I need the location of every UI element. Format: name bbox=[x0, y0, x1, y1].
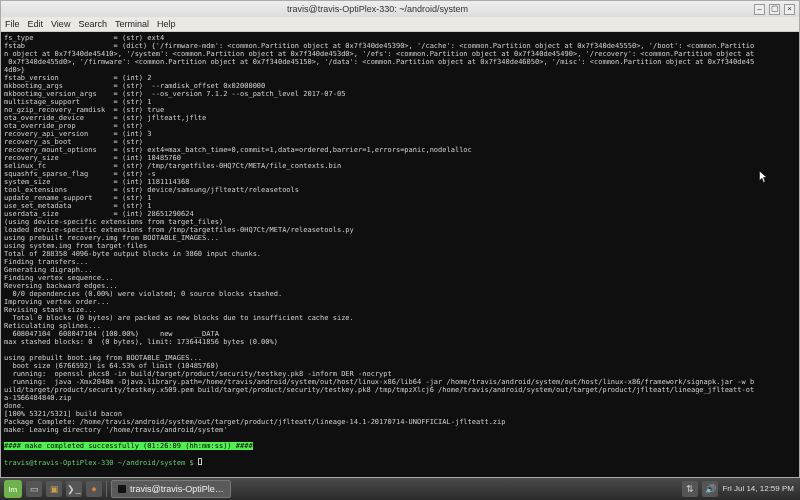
term-line: make: Leaving directory '/home/travis/an… bbox=[4, 426, 227, 434]
term-line: fstab = (dict) {'/firmware-mdm': <common… bbox=[4, 42, 754, 50]
term-line: Total 0 blocks (0 bytes) are packed as n… bbox=[4, 314, 354, 322]
taskbar-app-terminal[interactable]: travis@travis-OptiPle… bbox=[111, 480, 231, 498]
term-line: system_size = (int) 1181114368 bbox=[4, 178, 189, 186]
taskbar-app-label: travis@travis-OptiPle… bbox=[130, 484, 224, 494]
svg-text:lm: lm bbox=[9, 485, 18, 494]
term-line: no_gzip_recovery_ramdisk = (str) true bbox=[4, 106, 164, 114]
term-line: multistage_support = (str) 1 bbox=[4, 98, 152, 106]
mint-logo-icon: lm bbox=[7, 483, 19, 495]
build-success-line: #### make completed successfully (01:26:… bbox=[4, 442, 253, 450]
taskbar-separator bbox=[106, 481, 107, 497]
desktop-icon: ▭ bbox=[30, 484, 39, 494]
term-line: using prebuilt recovery.img from BOOTABL… bbox=[4, 234, 219, 242]
taskbar-clock[interactable]: Fri Jul 14, 12:59 PM bbox=[722, 484, 796, 494]
term-line: mkbootimg_version_args = (str) --os_vers… bbox=[4, 90, 345, 98]
term-line: a-1566484840.zip bbox=[4, 394, 71, 402]
term-line: boot size (6766592) is 64.53% of limit (… bbox=[4, 362, 219, 370]
tray-volume-icon[interactable]: 🔊 bbox=[702, 481, 718, 497]
folder-icon: ▣ bbox=[50, 484, 59, 494]
terminal-cursor[interactable] bbox=[198, 458, 202, 465]
menubar: File Edit View Search Terminal Help bbox=[1, 17, 799, 32]
menu-file[interactable]: File bbox=[5, 19, 20, 29]
terminal-launcher[interactable]: ❯_ bbox=[66, 481, 82, 497]
clock-text: Fri Jul 14, 12:59 PM bbox=[722, 484, 794, 494]
window-maximize-button[interactable]: ▢ bbox=[769, 4, 780, 15]
terminal-icon: ❯_ bbox=[67, 484, 80, 494]
window-titlebar[interactable]: travis@travis-OptiPlex-330: ~/android/sy… bbox=[1, 1, 799, 17]
term-line: fstab_version = (int) 2 bbox=[4, 74, 152, 82]
term-line: max stashed blocks: 0 (0 bytes), limit: … bbox=[4, 338, 278, 346]
term-line: 4d0>} bbox=[4, 66, 25, 74]
firefox-launcher[interactable]: ● bbox=[86, 481, 102, 497]
term-line: Finding transfers... bbox=[4, 258, 88, 266]
term-line: Package Complete: /home/travis/android/s… bbox=[4, 418, 506, 426]
term-line: Total of 288358 4096-byte output blocks … bbox=[4, 250, 261, 258]
terminal-window: travis@travis-OptiPlex-330: ~/android/sy… bbox=[0, 0, 800, 478]
term-line: done. bbox=[4, 402, 25, 410]
show-desktop-button[interactable]: ▭ bbox=[26, 481, 42, 497]
term-line: n object at 0x7f340de45410>, '/system': … bbox=[4, 50, 754, 58]
term-line: 0x7f340de455d0>, '/firmware': <common.Pa… bbox=[4, 58, 754, 66]
term-line: ota_override_device = (str) jflteatt,jfl… bbox=[4, 114, 206, 122]
term-line: Revising stash size... bbox=[4, 306, 97, 314]
menu-edit[interactable]: Edit bbox=[28, 19, 44, 29]
term-line: recovery_mount_options = (str) ext4=max_… bbox=[4, 146, 472, 154]
term-line: (using device-specific extensions from t… bbox=[4, 218, 223, 226]
term-line: using prebuilt boot.img from BOOTABLE_IM… bbox=[4, 354, 202, 362]
network-icon: ⇅ bbox=[686, 484, 694, 494]
term-line: running: java -Xmx2048m -Djava.library.p… bbox=[4, 378, 754, 386]
term-line: Reversing backward edges... bbox=[4, 282, 118, 290]
menu-view[interactable]: View bbox=[51, 19, 70, 29]
terminal-icon bbox=[118, 485, 126, 493]
term-line: 608047104 608047104 (100.00%) new __DATA bbox=[4, 330, 219, 338]
terminal-output[interactable]: fs_type = (str) ext4 fstab = (dict) {'/f… bbox=[1, 32, 799, 477]
menu-help[interactable]: Help bbox=[157, 19, 176, 29]
term-line: Generating digraph... bbox=[4, 266, 93, 274]
menu-search[interactable]: Search bbox=[78, 19, 107, 29]
term-line: update_rename_support = (str) 1 bbox=[4, 194, 152, 202]
window-minimize-button[interactable]: – bbox=[754, 4, 765, 15]
term-line: tool_extensions = (str) device/samsung/j… bbox=[4, 186, 299, 194]
speaker-icon: 🔊 bbox=[705, 484, 716, 494]
term-line: recovery_as_boot = (str) bbox=[4, 138, 143, 146]
shell-prompt: travis@travis-OptiPlex-330 ~/android/sys… bbox=[4, 459, 198, 467]
tray-network-icon[interactable]: ⇅ bbox=[682, 481, 698, 497]
file-manager-launcher[interactable]: ▣ bbox=[46, 481, 62, 497]
term-line: Reticulating splines... bbox=[4, 322, 101, 330]
term-line: Finding vertex sequence... bbox=[4, 274, 114, 282]
term-line: loaded device-specific extensions from /… bbox=[4, 226, 354, 234]
start-menu-button[interactable]: lm bbox=[4, 480, 22, 498]
term-line: mkbootimg_args = (str) --ramdisk_offset … bbox=[4, 82, 265, 90]
term-line: 0/0 dependencies (0.00%) were violated; … bbox=[4, 290, 282, 298]
window-title: travis@travis-OptiPlex-330: ~/android/sy… bbox=[5, 4, 750, 14]
term-line: recovery_api_version = (int) 3 bbox=[4, 130, 152, 138]
term-line: squashfs_sparse_flag = (str) -s bbox=[4, 170, 156, 178]
term-line: recovery_size = (int) 10485760 bbox=[4, 154, 181, 162]
term-line: use_set_metadata = (str) 1 bbox=[4, 202, 152, 210]
window-close-button[interactable]: × bbox=[784, 4, 795, 15]
term-line: selinux_fc = (str) /tmp/targetfiles-0HQ7… bbox=[4, 162, 341, 170]
term-line: userdata_size = (int) 28651290624 bbox=[4, 210, 194, 218]
term-line: [100% 5321/5321] build bacon bbox=[4, 410, 122, 418]
term-line: Improving vertex order... bbox=[4, 298, 109, 306]
taskbar: lm ▭ ▣ ❯_ ● travis@travis-OptiPle… ⇅ 🔊 F… bbox=[0, 478, 800, 500]
term-line: uild/target/product/security/testkey.x50… bbox=[4, 386, 754, 394]
firefox-icon: ● bbox=[91, 484, 96, 494]
term-line: fs_type = (str) ext4 bbox=[4, 34, 164, 42]
term-line: using system.img from target-files bbox=[4, 242, 147, 250]
term-line: running: openssl pkcs8 -in build/target/… bbox=[4, 370, 392, 378]
menu-terminal[interactable]: Terminal bbox=[115, 19, 149, 29]
term-line: ota_override_prop = (str) bbox=[4, 122, 143, 130]
